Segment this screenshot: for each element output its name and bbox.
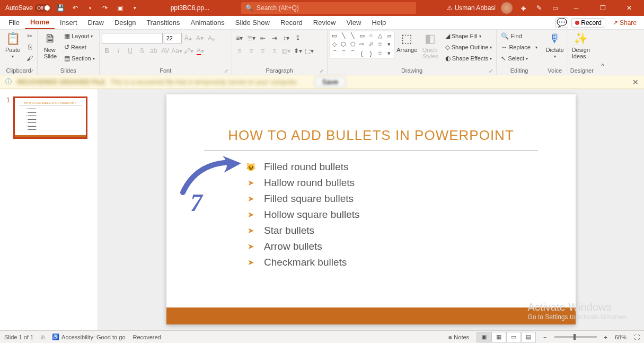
columns-button[interactable]: ▥▾ (281, 46, 292, 56)
comments-button[interactable]: 💬 (555, 17, 568, 28)
increase-indent-button[interactable]: ⇥ (269, 33, 280, 43)
slide-title[interactable]: HOW TO ADD BULLETS IN POWERPOINT (166, 127, 576, 144)
dictate-button[interactable]: 🎙 Dictate ▾ (544, 31, 566, 60)
zoom-in-button[interactable]: + (604, 334, 607, 340)
zoom-out-button[interactable]: − (543, 334, 546, 340)
design-ideas-button[interactable]: ✨ Design Ideas (570, 31, 592, 60)
change-case-button[interactable]: Aa▾ (172, 46, 182, 56)
record-button[interactable]: Record (571, 18, 605, 28)
align-left-button[interactable]: ≡ (234, 46, 245, 56)
smartart-button[interactable]: ⬚▾ (304, 46, 315, 56)
bullet-item[interactable]: ➤Filled square bullets (246, 193, 576, 205)
tab-view[interactable]: View (341, 16, 366, 29)
font-color-button[interactable]: A▾ (195, 46, 206, 56)
zoom-slider[interactable] (554, 336, 597, 338)
shape-outline-button[interactable]: ◇Shape Outline▾ (443, 42, 495, 52)
strikethrough-button[interactable]: S (137, 46, 147, 56)
diamond-icon[interactable]: ◈ (518, 3, 528, 13)
font-size-input[interactable] (164, 33, 182, 43)
slide-bullet-list[interactable]: 😺Filled round bullets ➤Hallow round bull… (246, 161, 576, 268)
messagebar-close-button[interactable]: ✕ (632, 78, 639, 86)
tab-review[interactable]: Review (308, 16, 341, 29)
minimize-button[interactable]: ─ (566, 0, 587, 16)
zoom-level[interactable]: 68% (615, 334, 627, 340)
align-center-button[interactable]: ≡ (246, 46, 257, 56)
undo-icon[interactable]: ↶ (70, 3, 81, 13)
bold-button[interactable]: B (102, 46, 112, 56)
present-from-start-icon[interactable]: ▣ (114, 3, 125, 13)
close-button[interactable]: ✕ (619, 0, 640, 16)
arrange-button[interactable]: ⬚ Arrange (396, 31, 418, 54)
tab-transitions[interactable]: Transitions (141, 16, 185, 29)
notes-button[interactable]: ≡ Notes (448, 334, 469, 340)
bullet-item[interactable]: 😺Filled round bullets (246, 161, 576, 173)
tab-animations[interactable]: Animations (186, 16, 230, 29)
tab-slide-show[interactable]: Slide Show (230, 16, 275, 29)
align-right-button[interactable]: ≡ (258, 46, 268, 56)
paragraph-launcher[interactable]: ⤢ (320, 68, 324, 74)
collapse-ribbon-button[interactable]: ˄ (596, 30, 610, 75)
maximize-button[interactable]: ❐ (592, 0, 613, 16)
format-painter-button[interactable]: 🖌 (24, 53, 35, 64)
tab-insert[interactable]: Insert (55, 16, 83, 29)
clipboard-launcher[interactable]: ⤢ (30, 68, 34, 74)
slide-info[interactable]: Slide 1 of 1 (4, 334, 33, 340)
decrease-font-button[interactable]: A▾ (195, 33, 205, 43)
bullet-item[interactable]: ➤Checkmark bullets (246, 257, 576, 268)
new-slide-button[interactable]: 🗎 New Slide (40, 31, 61, 60)
numbering-button[interactable]: ≣▾ (246, 33, 257, 43)
section-button[interactable]: ▤Section▾ (62, 53, 97, 64)
reset-button[interactable]: ↺Reset (62, 42, 97, 52)
slide-editor[interactable]: HOW TO ADD BULLETS IN POWERPOINT 😺Filled… (98, 89, 644, 330)
messagebar-save-button[interactable]: Save (314, 76, 346, 87)
tab-record[interactable]: Record (275, 16, 308, 29)
tab-design[interactable]: Design (109, 16, 141, 29)
font-launcher[interactable]: ⤢ (224, 68, 228, 74)
font-family-input[interactable] (102, 33, 163, 43)
bullet-item[interactable]: ➤Hallow round bullets (246, 177, 576, 189)
accessibility-status[interactable]: ♿ Accessibility: Good to go (52, 333, 125, 340)
shadow-button[interactable]: ab (148, 46, 159, 56)
toggle-switch[interactable]: Off (35, 4, 51, 12)
shapes-gallery[interactable]: ▭╲╲▭○△▱ ◇⬡⬠⇨⬀☆▾ ⌒⌒⌒{}☆▾ (330, 31, 394, 58)
fit-to-window-button[interactable]: ⛶ (634, 334, 640, 340)
ribbon-display-icon[interactable]: ▭ (550, 3, 560, 13)
redo-icon[interactable]: ↷ (100, 3, 110, 13)
shape-effects-button[interactable]: ◐Shape Effects▾ (443, 53, 495, 64)
undo-dropdown-icon[interactable]: ▾ (85, 3, 95, 13)
underline-button[interactable]: U (125, 46, 136, 56)
slide-thumbnail-1[interactable]: HOW TO ADD BULLETS IN POWERPOINT • ▬▬▬▬ … (13, 96, 87, 139)
cut-button[interactable]: ✂ (24, 31, 35, 41)
tab-home[interactable]: Home (25, 16, 55, 29)
copy-button[interactable]: ⎘ (24, 42, 35, 52)
quick-styles-button[interactable]: ◧ Quick Styles (420, 31, 441, 60)
qat-customize-icon[interactable]: ▾ (129, 3, 140, 13)
slide-sorter-view-button[interactable]: ▦ (491, 332, 506, 342)
avatar[interactable] (501, 2, 513, 14)
line-spacing-button[interactable]: ↕▾ (281, 33, 292, 43)
zoom-thumb[interactable] (574, 334, 576, 340)
select-button[interactable]: ↖Select▾ (499, 53, 539, 64)
bullet-item[interactable]: ➤Star bullets (246, 225, 576, 236)
search-input[interactable]: 🔍 Search (Alt+Q) (241, 2, 416, 14)
slideshow-view-button[interactable]: ▤ (521, 332, 536, 342)
decrease-indent-button[interactable]: ⇤ (258, 33, 268, 43)
char-spacing-button[interactable]: AV (160, 46, 171, 56)
language-icon[interactable]: ⎚ (41, 334, 45, 340)
justify-button[interactable]: ≡ (269, 46, 280, 56)
highlight-button[interactable]: 🖍▾ (183, 46, 194, 56)
user-warning[interactable]: ⚠ Usman Abbasi (447, 4, 496, 12)
reading-view-button[interactable]: ▭ (506, 332, 521, 342)
find-button[interactable]: 🔍Find (499, 31, 539, 41)
save-icon[interactable]: 💾 (55, 3, 66, 13)
tab-file[interactable]: File (3, 16, 25, 29)
italic-button[interactable]: I (113, 46, 124, 56)
slide-panel[interactable]: 1 HOW TO ADD BULLETS IN POWERPOINT • ▬▬▬… (0, 89, 98, 330)
tab-draw[interactable]: Draw (83, 16, 109, 29)
normal-view-button[interactable]: ▣ (477, 332, 491, 342)
paste-button[interactable]: 📋 Paste ▾ (2, 31, 23, 60)
text-direction-button[interactable]: ↧ (293, 33, 303, 43)
drawing-launcher[interactable]: ⤢ (489, 68, 493, 74)
filename[interactable]: ppt3BC6.pp... (171, 4, 209, 12)
shape-fill-button[interactable]: ◢Shape Fill▾ (443, 31, 495, 41)
